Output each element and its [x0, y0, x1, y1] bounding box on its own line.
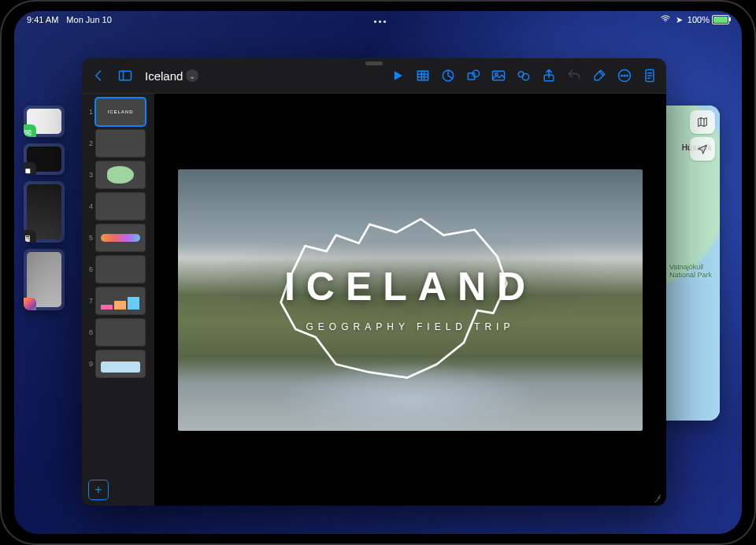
slide-title[interactable]: ICELAND — [178, 264, 643, 310]
sidebar-toggle-button[interactable] — [115, 64, 135, 87]
slide-thumb-3[interactable]: 3 — [85, 161, 151, 188]
svg-rect-1 — [120, 71, 132, 80]
status-time: 9:41 AM — [27, 15, 58, 24]
stage-app-messages[interactable]: ✉︎ — [24, 106, 65, 137]
stage-manager-pile: ✉︎ ■ 🖩 — [24, 106, 74, 310]
svg-point-14 — [627, 75, 628, 76]
battery-indicator: 100% — [687, 15, 729, 24]
insert-media-button[interactable] — [488, 64, 509, 87]
wifi-icon — [660, 13, 671, 26]
messages-icon: ✉︎ — [24, 124, 36, 137]
share-button[interactable] — [539, 64, 559, 87]
slide-thumb-7[interactable]: 7 — [85, 287, 151, 314]
undo-button[interactable] — [564, 64, 584, 87]
stage-app-facetime[interactable]: ■ — [24, 143, 65, 175]
more-button[interactable] — [614, 64, 635, 87]
slide-thumb-8[interactable]: 8 — [85, 319, 151, 346]
document-title[interactable]: Iceland ⌄ — [145, 69, 198, 83]
add-slide-button[interactable]: + — [88, 480, 109, 500]
maps-mode-button[interactable] — [690, 110, 715, 134]
keynote-window: Iceland ⌄ — [82, 58, 666, 506]
photos-icon — [24, 298, 36, 310]
calculator-icon: 🖩 — [24, 230, 36, 243]
slide-thumb-4[interactable]: 4 — [85, 193, 151, 220]
stage-app-calculator[interactable]: 🖩 — [24, 181, 65, 243]
maps-location-button[interactable] — [690, 137, 715, 161]
stage-app-photos[interactable] — [24, 249, 65, 310]
window-resize-handle[interactable] — [650, 491, 663, 503]
maps-park-label: Vatnajökull National Park — [669, 263, 712, 279]
insert-shape-button[interactable] — [463, 64, 484, 87]
ipad-frame: 9:41 AM Mon Jun 10 ➤ 100% ✉︎ ■ — [0, 0, 756, 545]
document-title-text: Iceland — [145, 69, 183, 83]
format-brush-button[interactable] — [589, 64, 610, 87]
facetime-icon: ■ — [24, 162, 36, 175]
slide-navigator[interactable]: 1 2 3 4 5 6 7 8 9 + — [82, 94, 154, 506]
svg-point-5 — [472, 70, 479, 76]
location-arrow-icon: ➤ — [676, 15, 683, 25]
insert-text-button[interactable] — [513, 64, 534, 87]
svg-point-0 — [665, 21, 665, 22]
slide-thumb-9[interactable]: 9 — [85, 350, 151, 377]
status-date: Mon Jun 10 — [66, 15, 111, 24]
battery-percent: 100% — [687, 15, 710, 24]
insert-table-button[interactable] — [413, 64, 433, 87]
svg-point-12 — [621, 75, 623, 76]
insert-chart-button[interactable] — [438, 64, 458, 87]
slide-subtitle[interactable]: GEOGRAPHY FIELD TRIP — [178, 321, 643, 332]
play-button[interactable] — [387, 64, 408, 87]
slide-thumb-1[interactable]: 1 — [85, 98, 151, 125]
slide-thumb-5[interactable]: 5 — [85, 224, 151, 251]
slide-canvas[interactable]: ICELAND GEOGRAPHY FIELD TRIP — [154, 94, 666, 506]
chevron-down-icon: ⌄ — [186, 69, 198, 82]
status-bar: 9:41 AM Mon Jun 10 ➤ 100% — [14, 11, 742, 28]
slide-thumb-6[interactable]: 6 — [85, 256, 151, 283]
document-options-button[interactable] — [639, 64, 660, 87]
back-button[interactable] — [88, 64, 109, 87]
svg-rect-2 — [417, 71, 428, 80]
current-slide[interactable]: ICELAND GEOGRAPHY FIELD TRIP — [178, 169, 643, 431]
keynote-toolbar: Iceland ⌄ — [82, 58, 666, 94]
svg-point-13 — [624, 75, 625, 76]
ipad-screen: 9:41 AM Mon Jun 10 ➤ 100% ✉︎ ■ — [14, 11, 742, 534]
slide-thumb-2[interactable]: 2 — [85, 130, 151, 157]
svg-point-9 — [522, 74, 528, 80]
